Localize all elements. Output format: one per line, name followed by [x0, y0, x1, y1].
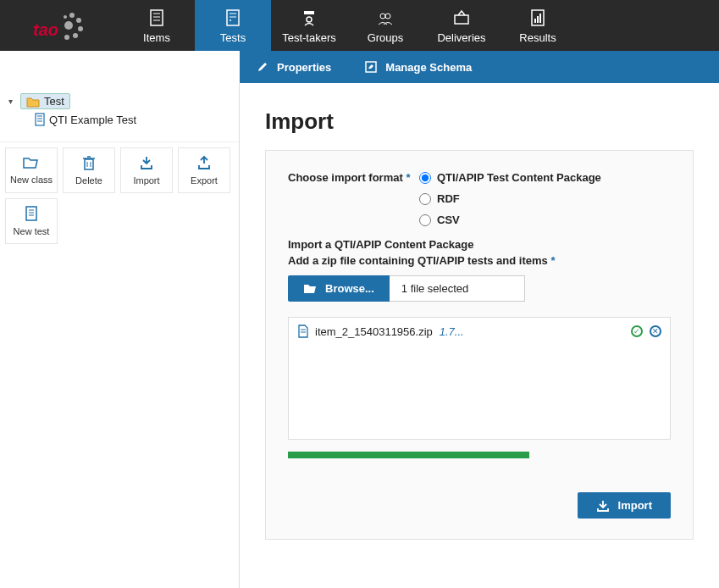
sub-nav: Properties Manage Schema — [240, 51, 719, 83]
tree-label: QTI Example Test — [49, 114, 136, 126]
svg-text:tao: tao — [33, 20, 58, 39]
results-icon — [528, 8, 548, 28]
file-status: 1 file selected — [390, 275, 525, 302]
remove-file-button[interactable]: ✕ — [650, 325, 661, 337]
tests-icon — [223, 8, 243, 28]
format-rdf-option[interactable]: RDF — [419, 192, 601, 205]
format-label: Choose import format * — [288, 171, 419, 226]
pencil-icon — [257, 61, 268, 73]
radio-label: CSV — [437, 214, 460, 226]
radio-label: QTI/APIP Test Content Package — [437, 171, 601, 184]
nav-items[interactable]: Items — [119, 0, 195, 51]
svg-point-19 — [385, 14, 390, 19]
svg-point-18 — [380, 14, 385, 19]
radio-rdf[interactable] — [419, 193, 431, 205]
tao-logo-icon: tao — [30, 8, 89, 42]
format-csv-option[interactable]: CSV — [419, 214, 601, 226]
svg-point-0 — [69, 13, 75, 18]
svg-rect-26 — [36, 114, 44, 125]
file-name: item_2_1540311956.zip — [315, 325, 433, 338]
nav-test-takers[interactable]: Test-takers — [271, 0, 347, 51]
svg-point-6 — [64, 21, 73, 30]
page-title: Import — [265, 108, 694, 135]
new-test-icon — [25, 206, 38, 221]
export-icon — [196, 155, 212, 170]
nav-label: Items — [143, 31, 170, 44]
deliveries-icon — [451, 8, 472, 28]
svg-point-2 — [78, 26, 83, 31]
file-list: item_2_1540311956.zip 1.7... ✓ ✕ — [288, 317, 671, 440]
tree-item-qti-example[interactable]: QTI Example Test — [30, 111, 234, 128]
subnav-label: Properties — [277, 61, 331, 74]
file-size: 1.7... — [440, 325, 464, 338]
folder-icon — [26, 96, 40, 108]
progress-bar — [288, 452, 529, 458]
action-label: New test — [14, 226, 50, 236]
file-icon — [297, 325, 308, 338]
items-icon — [147, 8, 167, 28]
browse-button[interactable]: Browse... — [288, 275, 390, 302]
svg-point-17 — [307, 17, 312, 22]
check-circle-icon: ✓ — [631, 325, 643, 337]
nav-label: Results — [519, 31, 556, 44]
svg-rect-16 — [304, 11, 314, 14]
file-item: item_2_1540311956.zip 1.7... ✓ ✕ — [289, 318, 670, 345]
format-qti-option[interactable]: QTI/APIP Test Content Package — [419, 171, 601, 184]
svg-rect-22 — [534, 19, 536, 23]
submit-import-button[interactable]: Import — [578, 492, 671, 519]
import-panel: Choose import format * QTI/APIP Test Con… — [265, 150, 694, 540]
tree: ▾ Test QTI Example Test — [0, 83, 239, 136]
radio-csv[interactable] — [419, 214, 431, 226]
delete-button[interactable]: Delete — [63, 147, 115, 193]
trash-icon — [82, 155, 96, 170]
nav-groups[interactable]: Groups — [347, 0, 423, 51]
browse-label: Browse... — [325, 282, 374, 295]
radio-qti[interactable] — [419, 172, 431, 184]
radio-label: RDF — [437, 192, 460, 205]
svg-rect-30 — [85, 159, 93, 169]
export-button[interactable]: Export — [178, 147, 230, 193]
subnav-manage-schema[interactable]: Manage Schema — [365, 61, 472, 74]
svg-rect-23 — [537, 16, 539, 23]
svg-rect-35 — [26, 207, 36, 220]
test-takers-icon — [299, 8, 319, 28]
folder-open-icon — [303, 283, 317, 294]
svg-point-5 — [64, 15, 67, 19]
svg-point-4 — [64, 35, 69, 40]
logo[interactable]: tao — [0, 0, 119, 51]
nav-deliveries[interactable]: Deliveries — [423, 0, 500, 51]
nav-results[interactable]: Results — [500, 0, 576, 51]
svg-rect-8 — [151, 10, 163, 25]
format-radio-group: QTI/APIP Test Content Package RDF CSV — [419, 171, 601, 226]
caret-down-icon: ▾ — [8, 97, 17, 106]
nav-label: Deliveries — [437, 31, 485, 44]
import-btn-label: Import — [618, 499, 652, 512]
package-heading: Import a QTI/APIP Content Package — [288, 238, 671, 251]
top-nav: tao Items Tests Test-takers Groups Deliv… — [0, 0, 719, 51]
action-label: Import — [133, 175, 159, 186]
nav-label: Tests — [220, 31, 246, 44]
new-test-button[interactable]: New test — [5, 198, 58, 244]
nav-label: Groups — [368, 31, 404, 44]
action-label: Export — [191, 175, 218, 186]
action-label: New class — [10, 175, 53, 185]
test-file-icon — [34, 113, 46, 126]
svg-point-1 — [76, 18, 81, 23]
import-arrow-icon — [596, 500, 610, 512]
content: Import Choose import format * QTI/APIP T… — [240, 83, 719, 588]
import-icon — [139, 155, 154, 170]
import-button[interactable]: Import — [120, 147, 173, 193]
groups-icon — [375, 8, 395, 28]
action-label: Delete — [75, 175, 102, 186]
subnav-properties[interactable]: Properties — [257, 61, 331, 74]
new-class-button[interactable]: New class — [5, 147, 58, 193]
svg-rect-24 — [539, 14, 541, 23]
nav-tests[interactable]: Tests — [195, 0, 271, 51]
nav-label: Test-takers — [282, 31, 336, 44]
sidebar-actions: New class Delete Import Export New test — [0, 141, 239, 249]
tree-root-test[interactable]: ▾ Test — [5, 92, 234, 111]
folder-open-icon — [23, 156, 40, 169]
tree-label: Test — [44, 95, 64, 108]
svg-rect-12 — [227, 10, 239, 25]
svg-point-15 — [230, 19, 231, 21]
